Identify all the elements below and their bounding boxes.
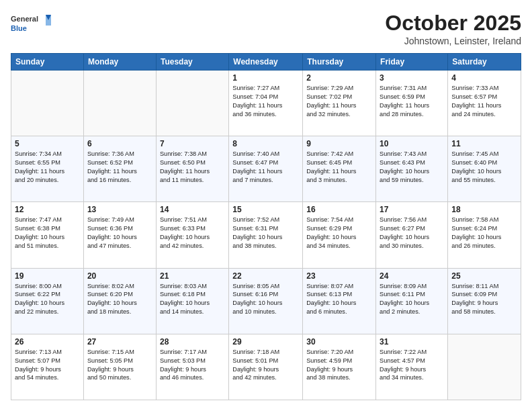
day-number: 10	[380, 139, 444, 148]
calendar-cell: 25Sunrise: 8:11 AMSunset: 6:09 PMDayligh…	[448, 268, 521, 334]
day-info: Sunrise: 7:31 AMSunset: 6:59 PMDaylight:…	[380, 84, 444, 119]
day-number: 21	[160, 271, 225, 281]
day-info: Sunrise: 8:05 AMSunset: 6:16 PMDaylight:…	[232, 282, 299, 317]
day-number: 1	[232, 73, 299, 83]
day-number: 12	[15, 205, 80, 214]
header-friday: Friday	[376, 54, 448, 71]
calendar-cell	[11, 71, 84, 136]
calendar-cell: 20Sunrise: 8:02 AMSunset: 6:20 PMDayligh…	[83, 268, 156, 334]
day-info: Sunrise: 7:33 AMSunset: 6:57 PMDaylight:…	[451, 84, 517, 119]
day-number: 11	[451, 139, 517, 148]
header-wednesday: Wednesday	[229, 54, 303, 71]
day-number: 24	[380, 271, 444, 281]
day-number: 31	[380, 337, 444, 347]
day-number: 27	[87, 337, 152, 347]
day-number: 14	[160, 205, 225, 214]
day-number: 4	[451, 73, 517, 83]
calendar-cell: 5Sunrise: 7:34 AMSunset: 6:55 PMDaylight…	[11, 136, 84, 202]
day-number: 8	[232, 139, 299, 148]
day-number: 2	[306, 73, 372, 83]
location: Johnstown, Leinster, Ireland	[385, 36, 521, 46]
day-number: 29	[232, 337, 299, 347]
day-info: Sunrise: 7:27 AMSunset: 7:04 PMDaylight:…	[232, 84, 299, 119]
calendar-cell: 23Sunrise: 8:07 AMSunset: 6:13 PMDayligh…	[303, 268, 376, 334]
calendar-cell: 27Sunrise: 7:15 AMSunset: 5:05 PMDayligh…	[83, 334, 156, 400]
day-number: 3	[380, 73, 444, 83]
day-info: Sunrise: 7:58 AMSunset: 6:24 PMDaylight:…	[451, 216, 517, 250]
day-info: Sunrise: 7:52 AMSunset: 6:31 PMDaylight:…	[232, 216, 299, 250]
calendar-cell: 10Sunrise: 7:43 AMSunset: 6:43 PMDayligh…	[376, 136, 448, 202]
calendar-cell: 22Sunrise: 8:05 AMSunset: 6:16 PMDayligh…	[229, 268, 303, 334]
day-number: 6	[87, 139, 152, 148]
calendar-cell: 8Sunrise: 7:40 AMSunset: 6:47 PMDaylight…	[229, 136, 303, 202]
header-monday: Monday	[83, 54, 156, 71]
day-number: 13	[87, 205, 152, 214]
header-thursday: Thursday	[303, 54, 376, 71]
week-row-2: 5Sunrise: 7:34 AMSunset: 6:55 PMDaylight…	[11, 136, 521, 202]
title-block: October 2025 Johnstown, Leinster, Irelan…	[385, 11, 521, 46]
day-info: Sunrise: 7:49 AMSunset: 6:36 PMDaylight:…	[87, 216, 152, 250]
calendar-cell: 28Sunrise: 7:17 AMSunset: 5:03 PMDayligh…	[156, 334, 228, 400]
day-info: Sunrise: 7:22 AMSunset: 4:57 PMDaylight:…	[380, 348, 444, 383]
day-number: 23	[306, 271, 372, 281]
svg-text:Blue: Blue	[11, 24, 27, 32]
calendar-cell: 19Sunrise: 8:00 AMSunset: 6:22 PMDayligh…	[11, 268, 84, 334]
day-info: Sunrise: 7:36 AMSunset: 6:52 PMDaylight:…	[87, 150, 152, 185]
day-number: 25	[451, 271, 517, 281]
calendar-cell: 29Sunrise: 7:18 AMSunset: 5:01 PMDayligh…	[229, 334, 303, 400]
day-number: 20	[87, 271, 152, 281]
calendar-cell: 2Sunrise: 7:29 AMSunset: 7:02 PMDaylight…	[303, 71, 376, 136]
month-title: October 2025	[385, 11, 521, 36]
day-info: Sunrise: 7:42 AMSunset: 6:45 PMDaylight:…	[306, 150, 372, 185]
calendar-cell: 14Sunrise: 7:51 AMSunset: 6:33 PMDayligh…	[156, 202, 228, 268]
calendar-cell: 31Sunrise: 7:22 AMSunset: 4:57 PMDayligh…	[376, 334, 448, 400]
week-row-1: 1Sunrise: 7:27 AMSunset: 7:04 PMDaylight…	[11, 71, 521, 136]
day-number: 5	[15, 139, 80, 148]
calendar-cell: 4Sunrise: 7:33 AMSunset: 6:57 PMDaylight…	[448, 71, 521, 136]
header: General Blue October 2025 Johnstown, Lei…	[11, 11, 521, 46]
calendar-cell: 9Sunrise: 7:42 AMSunset: 6:45 PMDaylight…	[303, 136, 376, 202]
week-row-3: 12Sunrise: 7:47 AMSunset: 6:38 PMDayligh…	[11, 202, 521, 268]
svg-text:General: General	[11, 15, 38, 23]
calendar-cell: 7Sunrise: 7:38 AMSunset: 6:50 PMDaylight…	[156, 136, 228, 202]
day-info: Sunrise: 8:09 AMSunset: 6:11 PMDaylight:…	[380, 282, 444, 317]
calendar-cell	[83, 71, 156, 136]
calendar-cell: 16Sunrise: 7:54 AMSunset: 6:29 PMDayligh…	[303, 202, 376, 268]
calendar-cell: 13Sunrise: 7:49 AMSunset: 6:36 PMDayligh…	[83, 202, 156, 268]
page: General Blue October 2025 Johnstown, Lei…	[0, 0, 532, 411]
day-number: 18	[451, 205, 517, 214]
logo-icon: General Blue	[11, 11, 51, 38]
day-info: Sunrise: 8:07 AMSunset: 6:13 PMDaylight:…	[306, 282, 372, 317]
day-info: Sunrise: 7:40 AMSunset: 6:47 PMDaylight:…	[232, 150, 299, 185]
calendar-cell: 12Sunrise: 7:47 AMSunset: 6:38 PMDayligh…	[11, 202, 84, 268]
calendar: Sunday Monday Tuesday Wednesday Thursday…	[11, 53, 521, 400]
calendar-cell: 24Sunrise: 8:09 AMSunset: 6:11 PMDayligh…	[376, 268, 448, 334]
day-number: 30	[306, 337, 372, 347]
day-info: Sunrise: 7:20 AMSunset: 4:59 PMDaylight:…	[306, 348, 372, 383]
calendar-cell: 30Sunrise: 7:20 AMSunset: 4:59 PMDayligh…	[303, 334, 376, 400]
day-info: Sunrise: 7:54 AMSunset: 6:29 PMDaylight:…	[306, 216, 372, 250]
calendar-cell: 11Sunrise: 7:45 AMSunset: 6:40 PMDayligh…	[448, 136, 521, 202]
day-number: 9	[306, 139, 372, 148]
day-number: 17	[380, 205, 444, 214]
week-row-5: 26Sunrise: 7:13 AMSunset: 5:07 PMDayligh…	[11, 334, 521, 400]
day-number: 28	[160, 337, 225, 347]
calendar-cell: 6Sunrise: 7:36 AMSunset: 6:52 PMDaylight…	[83, 136, 156, 202]
day-info: Sunrise: 7:51 AMSunset: 6:33 PMDaylight:…	[160, 216, 225, 250]
weekday-header-row: Sunday Monday Tuesday Wednesday Thursday…	[11, 54, 521, 71]
header-tuesday: Tuesday	[156, 54, 228, 71]
day-info: Sunrise: 8:00 AMSunset: 6:22 PMDaylight:…	[15, 282, 80, 317]
day-info: Sunrise: 7:43 AMSunset: 6:43 PMDaylight:…	[380, 150, 444, 185]
calendar-cell	[156, 71, 228, 136]
day-number: 19	[15, 271, 80, 281]
day-info: Sunrise: 8:02 AMSunset: 6:20 PMDaylight:…	[87, 282, 152, 317]
day-info: Sunrise: 7:34 AMSunset: 6:55 PMDaylight:…	[15, 150, 80, 185]
week-row-4: 19Sunrise: 8:00 AMSunset: 6:22 PMDayligh…	[11, 268, 521, 334]
day-info: Sunrise: 8:03 AMSunset: 6:18 PMDaylight:…	[160, 282, 225, 317]
day-info: Sunrise: 7:17 AMSunset: 5:03 PMDaylight:…	[160, 348, 225, 383]
day-info: Sunrise: 7:18 AMSunset: 5:01 PMDaylight:…	[232, 348, 299, 383]
header-sunday: Sunday	[11, 54, 84, 71]
calendar-cell: 3Sunrise: 7:31 AMSunset: 6:59 PMDaylight…	[376, 71, 448, 136]
day-info: Sunrise: 7:56 AMSunset: 6:27 PMDaylight:…	[380, 216, 444, 250]
day-number: 16	[306, 205, 372, 214]
